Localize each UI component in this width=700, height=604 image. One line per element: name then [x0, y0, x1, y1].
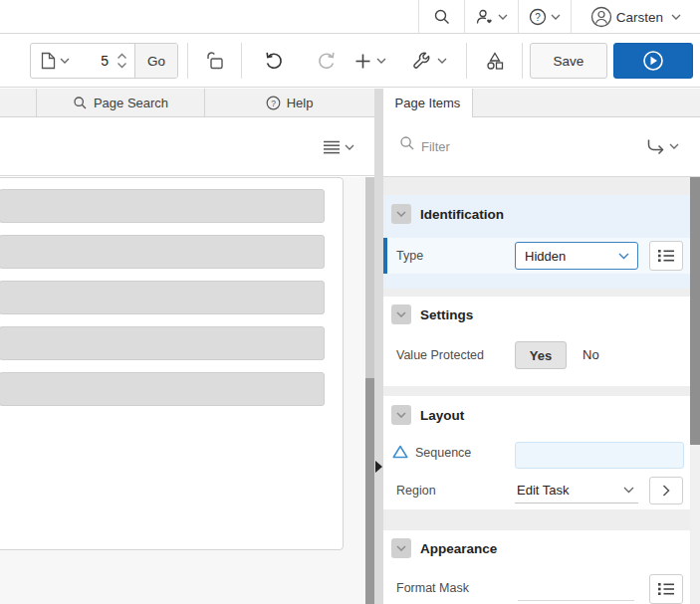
collapse-chevron-icon[interactable] — [391, 204, 411, 224]
chevron-down-icon — [623, 487, 634, 494]
section-title: Identification — [420, 207, 504, 222]
top-bar: ? Carsten — [0, 0, 700, 34]
layout-toolbar — [0, 118, 374, 176]
tab-help-label: Help — [287, 96, 314, 110]
left-scrollbar-thumb[interactable] — [365, 378, 374, 604]
section-settings: Settings Value Protected Yes No — [383, 297, 690, 386]
help-menu[interactable]: ? — [519, 0, 571, 34]
user-preferences-menu[interactable] — [465, 0, 518, 34]
filter-row — [383, 117, 700, 177]
go-button[interactable]: Go — [134, 44, 177, 78]
go-to-component-menu[interactable] — [638, 129, 686, 163]
page-number-input[interactable] — [79, 44, 109, 78]
svg-text:?: ? — [535, 12, 541, 23]
help-icon: ? — [266, 96, 281, 110]
filter-input[interactable] — [421, 133, 581, 159]
account-name: Carsten — [616, 10, 663, 25]
type-select[interactable]: Hidden — [515, 242, 638, 270]
shared-components-button[interactable] — [474, 43, 516, 79]
layout-view-menu-button[interactable] — [317, 129, 360, 165]
tab-bar-empty — [473, 89, 700, 117]
global-search-button[interactable] — [419, 0, 464, 34]
form-field-placeholder[interactable] — [0, 326, 325, 360]
divider — [466, 43, 467, 79]
collapse-chevron-icon[interactable] — [391, 405, 411, 425]
go-to-region-button[interactable] — [649, 477, 683, 504]
layout-canvas — [0, 177, 374, 604]
section-layout: Layout Sequence Region Edit Task — [383, 396, 690, 509]
chevron-right-icon — [662, 485, 670, 497]
create-menu-button[interactable] — [349, 43, 392, 79]
chevron-down-icon — [345, 144, 354, 150]
section-layout-header[interactable]: Layout — [391, 405, 464, 425]
format-mask-list-button[interactable] — [649, 574, 683, 604]
section-title: Settings — [420, 307, 473, 322]
tab-page-search[interactable]: Page Search — [37, 89, 204, 117]
collapse-chevron-icon[interactable] — [391, 538, 411, 558]
divider — [522, 43, 523, 79]
run-page-button[interactable] — [613, 43, 693, 79]
undo-button[interactable] — [253, 43, 293, 79]
panel-splitter[interactable] — [374, 89, 383, 604]
type-select-value: Hidden — [525, 249, 566, 264]
form-field-placeholder[interactable] — [0, 235, 325, 269]
lock-page-button[interactable] — [193, 43, 235, 79]
search-icon — [399, 135, 415, 151]
collapse-chevron-icon[interactable] — [391, 304, 411, 324]
property-row-type: Type Hidden — [383, 238, 690, 274]
format-mask-input[interactable] — [518, 575, 634, 601]
section-identification-header[interactable]: Identification — [391, 204, 504, 224]
sequence-warning-triangle-icon — [392, 445, 408, 459]
page-number-stepper[interactable] — [109, 44, 134, 78]
value-protected-yes-button[interactable]: Yes — [515, 341, 567, 369]
form-field-placeholder[interactable] — [0, 281, 325, 314]
sequence-input[interactable] — [515, 442, 684, 469]
section-title: Appearance — [420, 541, 497, 556]
left-scrollbar[interactable] — [365, 177, 374, 604]
tab-help[interactable]: ? Help — [205, 89, 373, 117]
tab-page-items[interactable]: Page Items — [383, 89, 473, 117]
region-label: Region — [396, 484, 436, 498]
section-settings-header[interactable]: Settings — [391, 304, 473, 324]
section-appearance-header[interactable]: Appearance — [391, 538, 497, 558]
page-finder-button[interactable] — [31, 44, 79, 78]
region-card[interactable] — [0, 177, 344, 550]
selected-row-accent — [383, 238, 387, 274]
undo-icon — [262, 50, 285, 73]
form-field-placeholder[interactable] — [0, 372, 325, 406]
utilities-menu-button[interactable] — [404, 43, 454, 79]
tab-partial[interactable] — [0, 89, 36, 117]
chevron-down-icon — [618, 253, 629, 260]
chevron-down-icon — [669, 143, 679, 149]
chevron-down-icon — [498, 14, 508, 20]
right-scrollbar-thumb[interactable] — [690, 177, 700, 445]
chevron-down-icon — [551, 14, 561, 20]
chevron-down-icon — [60, 58, 70, 64]
property-editor-panel: Page Items — [383, 89, 700, 604]
form-field-placeholder[interactable] — [0, 189, 325, 223]
splitter-collapse-arrow[interactable] — [375, 461, 382, 473]
chevron-down-icon — [376, 58, 386, 64]
account-menu[interactable]: Carsten — [572, 0, 700, 34]
list-icon — [658, 582, 674, 596]
value-protected-no-option[interactable]: No — [583, 347, 599, 362]
main-toolbar: Go — [0, 35, 700, 88]
tab-page-search-label: Page Search — [94, 96, 168, 110]
save-button[interactable]: Save — [530, 43, 607, 79]
wrench-icon — [411, 51, 432, 72]
format-mask-label: Format Mask — [396, 581, 469, 595]
region-select[interactable]: Edit Task — [515, 478, 638, 503]
search-icon — [73, 96, 88, 110]
search-icon — [433, 8, 451, 26]
user-heart-icon — [475, 8, 494, 26]
type-list-button[interactable] — [649, 241, 683, 271]
right-scrollbar[interactable] — [690, 177, 700, 604]
section-identification: Identification Type Hidden — [383, 195, 690, 289]
redo-button[interactable] — [307, 43, 347, 79]
chevron-down-icon — [671, 14, 681, 20]
section-title: Layout — [420, 408, 464, 423]
redo-icon — [316, 50, 339, 73]
list-icon — [658, 249, 674, 263]
page-selector-group: Go — [30, 43, 178, 79]
sequence-label: Sequence — [415, 446, 471, 460]
